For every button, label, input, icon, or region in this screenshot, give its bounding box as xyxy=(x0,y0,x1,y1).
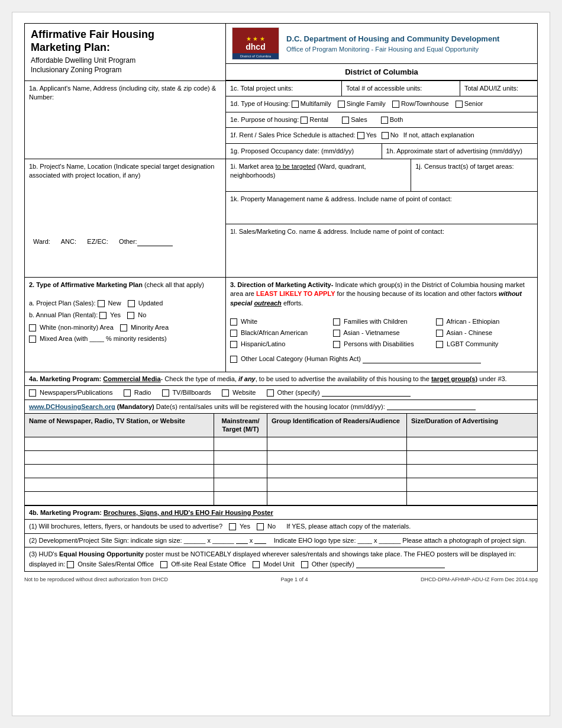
cb-tv[interactable] xyxy=(162,389,169,397)
other-group-field[interactable] xyxy=(363,357,481,363)
cb-african-eth[interactable] xyxy=(436,318,443,326)
groups-col1: White Black/African American Hispanic/La… xyxy=(230,317,327,352)
cb-newspapers[interactable] xyxy=(29,389,36,397)
td-group-4[interactable] xyxy=(267,478,407,491)
cb-website[interactable] xyxy=(222,389,229,397)
cb-rowtownhouse[interactable] xyxy=(392,101,399,108)
cb-lgbt[interactable] xyxy=(436,341,443,348)
cb-other-display[interactable] xyxy=(301,561,308,568)
label-1k: 1k. Property Management name & address. … xyxy=(230,195,452,202)
sub-row-1c: 1c. Total project units: Total # of acce… xyxy=(226,81,537,96)
cb-no-1f[interactable] xyxy=(382,132,389,139)
cb-disabilities[interactable] xyxy=(333,341,340,348)
cb-white[interactable] xyxy=(230,318,237,326)
form-body: 1a. Applicant's Name, Address (including… xyxy=(24,81,538,572)
label-4b1: (1) Will brochures, letters, flyers, or … xyxy=(29,523,222,530)
row-1a: 1a. Applicant's Name, Address (including… xyxy=(25,81,537,159)
label-mixed-area: Mixed Area (with ____ % minority residen… xyxy=(40,335,167,342)
td-newspaper-3[interactable] xyxy=(25,465,214,478)
cb-updated[interactable] xyxy=(128,300,135,307)
cb-yes-brochure[interactable] xyxy=(229,523,236,530)
td-newspaper-2[interactable] xyxy=(25,451,214,464)
section2-a: a. Project Plan (Sales): New Updated xyxy=(29,299,221,308)
td-mt-2[interactable] xyxy=(214,451,267,464)
cb-families[interactable] xyxy=(333,318,340,326)
cb-multifamily[interactable] xyxy=(292,101,299,108)
cb-radio[interactable] xyxy=(124,389,131,397)
cb-new[interactable] xyxy=(98,300,105,307)
td-size-3[interactable] xyxy=(407,465,537,478)
website-url[interactable]: www.DCHousingSearch.org xyxy=(29,403,115,410)
advertising-table: Name of Newspaper, Radio, TV Station, or… xyxy=(25,414,537,505)
cb-other-group[interactable] xyxy=(230,356,237,363)
cb-black[interactable] xyxy=(230,330,237,337)
label-black: Black/African American xyxy=(241,329,308,336)
label-radio: Radio xyxy=(134,389,151,396)
table-row xyxy=(25,437,537,451)
website-text: Date(s) rental/sales units will be regis… xyxy=(156,403,385,410)
cb-sales[interactable] xyxy=(342,117,349,124)
cb-singlefamily[interactable] xyxy=(338,101,345,108)
section2-b: b. Annual Plan (Rental): Yes No xyxy=(29,311,221,320)
cell-1i: 1i. Market area to be targeted (Ward, qu… xyxy=(226,159,411,191)
cb-mixed-area[interactable] xyxy=(29,336,36,343)
row-1b: 1b. Project's Name, Location (Indicate s… xyxy=(25,159,537,278)
label-1l: 1l. Sales/Marketing Co. name & address. … xyxy=(230,228,444,235)
td-group-3[interactable] xyxy=(267,465,407,478)
cb-asian-chinese[interactable] xyxy=(436,330,443,337)
td-size-1[interactable] xyxy=(407,437,537,450)
cell-1l: 1l. Sales/Marketing Co. name & address. … xyxy=(226,224,537,257)
other-display-field[interactable] xyxy=(356,562,445,568)
td-group-5[interactable] xyxy=(267,492,407,505)
td-mt-4[interactable] xyxy=(214,478,267,491)
cb-rental[interactable] xyxy=(301,117,308,124)
cell-1g: 1g. Proposed Occupancy date: (mm/dd/yy) xyxy=(226,144,382,159)
cb-asian-viet[interactable] xyxy=(333,330,340,337)
td-newspaper-4[interactable] xyxy=(25,478,214,491)
td-mt-5[interactable] xyxy=(214,492,267,505)
label-asian-viet: Asian - Vietnamese xyxy=(343,329,399,336)
label-model: Model Unit xyxy=(263,561,295,568)
form-subtitle: Affordable Dwelling Unit Program Inclusi… xyxy=(31,56,219,75)
cb-onsite[interactable] xyxy=(67,561,74,568)
sub-row-1k: 1k. Property Management name & address. … xyxy=(226,192,537,224)
cb-minority-area[interactable] xyxy=(120,324,127,331)
td-mt-1[interactable] xyxy=(214,437,267,450)
district-label: District of Columbia xyxy=(226,64,537,80)
cell-1j: 1j. Census tract(s) of target areas: xyxy=(411,159,537,191)
cb-yes-1f[interactable] xyxy=(357,132,364,139)
label-asian-chinese: Asian - Chinese xyxy=(446,329,492,336)
cell-accessible: Total # of accessible units: xyxy=(342,81,460,96)
date-field[interactable] xyxy=(387,404,476,410)
cb-offsite[interactable] xyxy=(160,561,167,568)
td-mt-3[interactable] xyxy=(214,465,267,478)
cb-model[interactable] xyxy=(253,561,260,568)
td-group-2[interactable] xyxy=(267,451,407,464)
cb-both[interactable] xyxy=(381,117,388,124)
section4a-underline: Commercial Media xyxy=(103,375,160,382)
cb-yes-2b[interactable] xyxy=(99,312,106,319)
cb-no-2b[interactable] xyxy=(127,312,134,319)
td-newspaper-1[interactable] xyxy=(25,437,214,450)
cb-hispanic[interactable] xyxy=(230,341,237,348)
cb-white-area[interactable] xyxy=(29,324,36,331)
other-media-field[interactable] xyxy=(322,390,411,397)
sub-row-1l: 1l. Sales/Marketing Co. name & address. … xyxy=(226,224,537,257)
td-size-4[interactable] xyxy=(407,478,537,491)
section4b-3: (3) HUD's Equal Housing Opportunity post… xyxy=(25,547,537,571)
td-size-5[interactable] xyxy=(407,492,537,505)
table-row xyxy=(25,451,537,465)
section4b-underline: Brochures, Signs, and HUD's EHO Fair Hou… xyxy=(104,509,273,516)
cb-senior[interactable] xyxy=(456,101,463,108)
table-row xyxy=(25,478,537,492)
cb-other-media[interactable] xyxy=(267,389,274,397)
logo-bottom: District of Columbia xyxy=(232,53,279,59)
cb-no-brochure[interactable] xyxy=(257,523,264,530)
th-newspaper: Name of Newspaper, Radio, TV Station, or… xyxy=(25,414,214,437)
td-newspaper-5[interactable] xyxy=(25,492,214,505)
td-group-1[interactable] xyxy=(267,437,407,450)
display-in-label: displayed in: xyxy=(29,561,67,568)
section3-outreach: outreach xyxy=(254,299,281,307)
label-disabilities: Persons with Disabilities xyxy=(344,340,414,347)
td-size-2[interactable] xyxy=(407,451,537,464)
